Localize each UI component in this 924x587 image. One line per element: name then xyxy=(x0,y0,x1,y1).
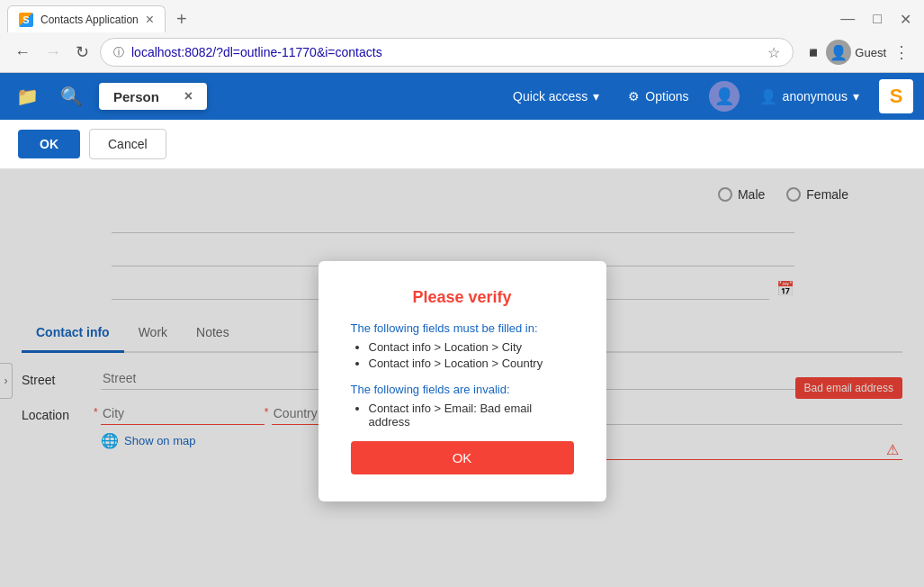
addr-right-icons: ☆ xyxy=(767,44,780,61)
quick-access-label: Quick access xyxy=(513,89,588,104)
address-bar[interactable]: ⓘ localhost:8082/?dl=outline-11770&i=con… xyxy=(100,38,794,67)
forward-button[interactable]: → xyxy=(41,41,65,64)
browser-chrome: S Contacts Application × + — □ ✕ ← → ↻ ⓘ… xyxy=(0,0,924,73)
browser-tab[interactable]: S Contacts Application × xyxy=(7,5,166,32)
anon-label: anonymous xyxy=(783,89,848,104)
modal-invalid-item-1: Contact info > Email: Bad email address xyxy=(369,402,574,429)
brand-letter: S xyxy=(890,85,903,108)
address-text: localhost:8082/?dl=outline-11770&i=conta… xyxy=(131,45,760,59)
modal-must-fill-item-1: Contact info > Location > City xyxy=(369,340,574,354)
modal-must-fill-header: The following fields must be filled in: xyxy=(351,321,574,335)
modal-must-fill-list: Contact info > Location > City Contact i… xyxy=(351,340,574,370)
minimize-button[interactable]: — xyxy=(835,9,860,29)
avatar: 👤 xyxy=(826,40,851,65)
modal-overlay: Please verify The following fields must … xyxy=(0,169,924,587)
tab-close-icon[interactable]: × xyxy=(146,13,154,27)
modal-title: Please verify xyxy=(351,288,574,307)
bookmark-icon[interactable]: ☆ xyxy=(767,44,780,61)
modal-invalid-list: Contact info > Email: Bad email address xyxy=(351,402,574,429)
refresh-button[interactable]: ↻ xyxy=(72,41,93,64)
quick-access-chevron: ▾ xyxy=(593,89,599,104)
tab-favicon: S xyxy=(19,13,33,27)
close-person-icon[interactable]: × xyxy=(184,88,193,104)
modal-invalid-header: The following fields are invalid: xyxy=(351,383,574,396)
options-button[interactable]: ⚙ Options xyxy=(619,84,697,109)
brand-logo: S xyxy=(879,79,913,113)
extensions-icon[interactable]: ◾ xyxy=(804,44,822,61)
tab-title: Contacts Application xyxy=(40,14,139,26)
anon-icon: 👤 xyxy=(759,88,777,105)
search-icon-button[interactable]: 🔍 xyxy=(55,82,88,111)
toolbar: OK Cancel xyxy=(0,120,924,169)
anonymous-button[interactable]: 👤 anonymous ▾ xyxy=(750,83,868,111)
maximize-button[interactable]: □ xyxy=(867,9,887,29)
window-controls: — □ ✕ xyxy=(835,9,917,30)
person-dropdown[interactable]: Person × xyxy=(99,83,207,110)
browser-addressbar: ← → ↻ ⓘ localhost:8082/?dl=outline-11770… xyxy=(0,32,924,72)
modal-box: Please verify The following fields must … xyxy=(318,261,606,501)
anon-chevron: ▾ xyxy=(853,89,859,104)
person-label: Person xyxy=(113,89,159,104)
guest-label: Guest xyxy=(855,46,886,59)
ok-button[interactable]: OK xyxy=(18,130,80,158)
modal-must-fill-item-2: Contact info > Location > Country xyxy=(369,357,574,370)
browser-menu-dots[interactable]: ⋮ xyxy=(890,41,913,64)
options-label: Options xyxy=(645,89,688,104)
main-content: › Male Female 📅 Contact info Work Notes xyxy=(0,169,924,587)
quick-access-button[interactable]: Quick access ▾ xyxy=(504,84,608,109)
new-tab-button[interactable]: + xyxy=(169,5,194,33)
cancel-button[interactable]: Cancel xyxy=(89,129,166,159)
profile-button[interactable]: 👤 Guest xyxy=(826,40,886,65)
modal-ok-button[interactable]: OK xyxy=(351,441,574,474)
browser-menu-area: ◾ 👤 Guest ⋮ xyxy=(804,40,913,65)
app-header: 📁 🔍 Person × Quick access ▾ ⚙ Options 👤 … xyxy=(0,73,924,120)
folder-icon-button[interactable]: 📁 xyxy=(11,82,44,111)
close-window-button[interactable]: ✕ xyxy=(894,9,917,30)
back-button[interactable]: ← xyxy=(11,41,34,64)
user-avatar-button[interactable]: 👤 xyxy=(709,81,740,112)
lock-icon: ⓘ xyxy=(113,45,124,60)
browser-titlebar: S Contacts Application × + — □ ✕ xyxy=(0,0,924,32)
options-icon: ⚙ xyxy=(628,89,640,104)
